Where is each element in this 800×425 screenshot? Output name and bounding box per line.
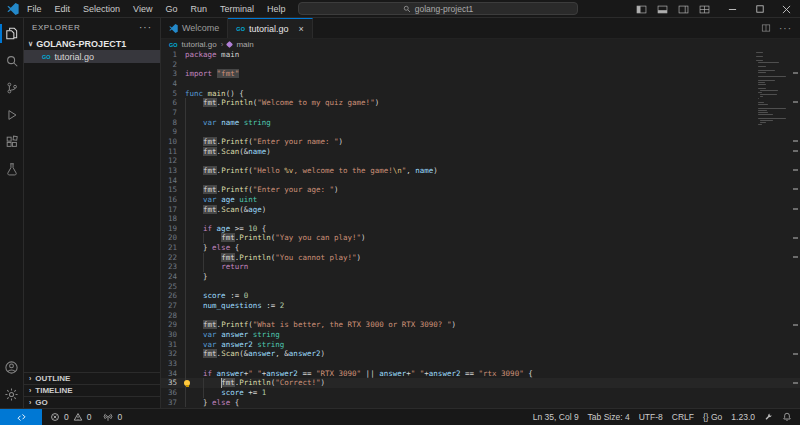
file-row-tutorial-go[interactable]: GO tutorial.go [24,50,160,63]
code-line[interactable]: 1package main [161,50,800,60]
breadcrumb-symbol[interactable]: main [236,40,253,49]
code-line[interactable]: 35 fmt.Println("Correct!") [161,378,800,388]
code-line[interactable]: 13 fmt.Printf("Hello %v, welcome to the … [161,166,800,176]
code-token: "Correct!" [275,378,320,387]
code-line[interactable]: 10 fmt.Printf("Enter your name: ") [161,137,800,147]
line-number: 25 [161,282,185,292]
code-line[interactable]: 33 [161,359,800,369]
menu-view[interactable]: View [133,4,152,14]
code-line[interactable]: 37 } else { [161,398,800,408]
code-line[interactable]: 20 fmt.Println("Yay you can play!") [161,233,800,243]
code-line[interactable]: 9 [161,127,800,137]
code-line[interactable]: 31 var answer2 string [161,340,800,350]
code-token [185,137,203,146]
code-line[interactable]: 25 [161,282,800,292]
code-token: , [406,166,415,175]
code-line[interactable]: 12 [161,156,800,166]
code-line[interactable]: 27 num_questions := 2 [161,301,800,311]
line-number: 28 [161,311,185,321]
breadcrumb[interactable]: GO tutorial.go › main [161,39,800,50]
split-editor-icon[interactable] [761,23,771,33]
account-icon[interactable] [0,354,24,381]
minimap[interactable] [756,52,790,126]
status-item[interactable]: UTF-8 [639,412,663,422]
menu-go[interactable]: Go [165,4,177,14]
run-debug-icon[interactable] [0,101,24,128]
maximize-button[interactable] [746,0,773,18]
status-item[interactable]: {} Go [703,412,722,422]
code-line[interactable]: 8 var name string [161,118,800,128]
code-line[interactable]: 7 [161,108,800,118]
code-line[interactable]: 24 } [161,272,800,282]
menu-file[interactable]: File [27,4,42,14]
search-sidebar-icon[interactable] [0,47,24,74]
sidebar-section-outline[interactable]: ›OUTLINE [24,372,160,384]
code-line[interactable]: 19 if age >= 10 { [161,224,800,234]
toggle-sidebar-icon[interactable] [636,4,647,15]
code-line[interactable]: 29 fmt.Printf("What is better, the RTX 3… [161,320,800,330]
close-button[interactable] [773,0,800,18]
breadcrumb-file[interactable]: tutorial.go [182,40,217,49]
code-line[interactable]: 4 [161,79,800,89]
tab-welcome[interactable]: Welcome [161,18,228,38]
search-icon [403,5,411,13]
close-tab-icon[interactable]: × [298,24,303,34]
minimap-line [760,120,773,121]
code-line[interactable]: 26 score := 0 [161,291,800,301]
tab-tutorial-go[interactable]: GO tutorial.go × [228,18,312,38]
status-item[interactable]: 1.23.0 [731,412,755,422]
testing-icon[interactable] [0,155,24,182]
go-tools-icon[interactable] [764,413,773,422]
customize-layout-icon[interactable] [699,4,710,15]
code-line[interactable]: 5func main() { [161,89,800,99]
code-line[interactable]: 6 fmt.Println("Welcome to my quiz game!"… [161,98,800,108]
toggle-panel-icon[interactable] [657,4,668,15]
code-token: if [203,369,212,378]
warnings-count[interactable]: 0 [87,412,92,422]
code-editor[interactable]: 1package main23import "fmt"45func main()… [161,50,800,408]
code-line[interactable]: 15 fmt.Printf("Enter your age: ") [161,185,800,195]
code-line[interactable]: 16 var age uint [161,195,800,205]
editor-more-icon[interactable]: ··· [779,23,792,34]
settings-gear-icon[interactable] [0,381,24,408]
notifications-bell-icon[interactable] [782,412,792,422]
menu-terminal[interactable]: Terminal [220,4,254,14]
code-line[interactable]: 21 } else { [161,243,800,253]
code-line[interactable]: 34 if answer+" "+answer2 == "RTX 3090" |… [161,369,800,379]
folder-row[interactable]: ∨ GOLANG-PROJECT1 [24,37,160,50]
line-number: 7 [161,108,185,118]
code-line[interactable]: 28 [161,311,800,321]
status-item[interactable]: Ln 35, Col 9 [533,412,579,422]
menu-run[interactable]: Run [190,4,207,14]
minimize-button[interactable] [719,0,746,18]
code-line[interactable]: 2 [161,60,800,70]
code-line[interactable]: 32 fmt.Scan(&answer, &answer2) [161,349,800,359]
code-line[interactable]: 17 fmt.Scan(&age) [161,205,800,215]
sidebar-section-go[interactable]: ›GO [24,396,160,408]
menu-help[interactable]: Help [267,4,286,14]
vscode-window: FileEditSelectionViewGoRunTerminalHelp ←… [0,0,800,425]
remote-indicator[interactable] [0,409,42,425]
code-line[interactable]: 14 [161,176,800,186]
status-item[interactable]: CRLF [672,412,694,422]
explorer-icon[interactable] [0,20,24,47]
code-line[interactable]: 3import "fmt" [161,69,800,79]
toggle-secondary-sidebar-icon[interactable] [678,4,689,15]
source-control-icon[interactable] [0,74,24,101]
code-line[interactable]: 11 fmt.Scan(&name) [161,147,800,157]
code-line[interactable]: 30 var answer string [161,330,800,340]
sidebar-section-timeline[interactable]: ›TIMELINE [24,384,160,396]
menu-selection[interactable]: Selection [83,4,120,14]
status-item[interactable]: Tab Size: 4 [588,412,630,422]
menu-edit[interactable]: Edit [55,4,71,14]
code-line[interactable]: 18 [161,214,800,224]
extensions-icon[interactable] [0,128,24,155]
code-line[interactable]: 23 return [161,262,800,272]
lightbulb-icon[interactable] [184,380,190,386]
command-center[interactable]: golang-project1 [298,2,578,15]
ports-count[interactable]: 0 [117,412,122,422]
errors-count[interactable]: 0 [64,412,69,422]
code-line[interactable]: 22 fmt.Println("You cannot play!") [161,253,800,263]
code-line[interactable]: 36 score += 1 [161,388,800,398]
explorer-more-icon[interactable]: ··· [139,22,152,33]
